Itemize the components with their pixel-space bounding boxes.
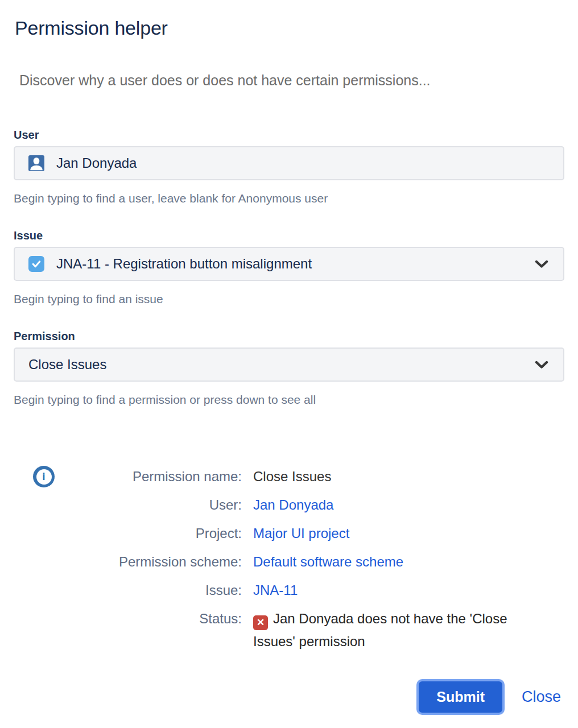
user-link[interactable]: Jan Donyada (253, 491, 333, 519)
user-field-group: User Jan Donyada Begin typing to find a … (14, 129, 564, 205)
result-row-label: User: (55, 491, 242, 519)
result-section: i Permission name: Close Issues User: Ja… (14, 462, 564, 653)
result-row-label: Permission scheme: (55, 548, 242, 576)
task-checkbox-icon (28, 256, 44, 272)
issue-link[interactable]: JNA-11 (253, 576, 298, 605)
user-field-label: User (14, 129, 564, 142)
project-link[interactable]: Major UI project (253, 519, 349, 548)
close-link[interactable]: Close (522, 688, 561, 706)
permission-field-group: Permission Close Issues Begin typing to … (14, 330, 564, 407)
permission-picker-field[interactable]: Close Issues (14, 348, 564, 382)
info-icon: i (33, 466, 55, 487)
status-message: ✕Jan Donyada does not have the 'Close Is… (253, 605, 512, 653)
permission-field-value: Close Issues (28, 357, 106, 373)
issue-field-value: JNA-11 - Registration button misalignmen… (56, 256, 312, 272)
result-row-user: User: Jan Donyada (55, 491, 564, 519)
footer-bar: Submit Close (14, 679, 564, 726)
result-row-permission-scheme: Permission scheme: Default software sche… (55, 548, 564, 576)
result-rows: Permission name: Close Issues User: Jan … (55, 462, 564, 653)
issue-field-group: Issue JNA-11 - Registration button misal… (14, 229, 564, 306)
result-row-label: Permission name: (55, 462, 242, 491)
result-row-issue: Issue: JNA-11 (55, 576, 564, 605)
permission-field-label: Permission (14, 330, 564, 343)
page-title: Permission helper (15, 17, 564, 39)
page-description: Discover why a user does or does not hav… (19, 72, 564, 89)
chevron-down-icon[interactable] (535, 361, 548, 369)
error-icon: ✕ (253, 615, 268, 630)
result-row-label: Status: (55, 605, 242, 633)
result-row-label: Project: (55, 519, 242, 548)
user-field-value: Jan Donyada (56, 155, 137, 171)
result-row-status: Status: ✕Jan Donyada does not have the '… (55, 605, 564, 653)
chevron-down-icon[interactable] (535, 260, 548, 268)
user-picker-field[interactable]: Jan Donyada (14, 146, 564, 180)
user-avatar-icon (28, 155, 44, 171)
result-row-permission-name: Permission name: Close Issues (55, 462, 564, 491)
user-field-help: Begin typing to find a user, leave blank… (14, 192, 564, 205)
permission-field-help: Begin typing to find a permission or pre… (14, 393, 564, 407)
issue-field-label: Issue (14, 229, 564, 242)
issue-field-help: Begin typing to find an issue (14, 292, 564, 306)
submit-button[interactable]: Submit (419, 681, 502, 713)
result-row-label: Issue: (55, 576, 242, 605)
result-row-value: Close Issues (253, 462, 331, 491)
issue-picker-field[interactable]: JNA-11 - Registration button misalignmen… (14, 247, 564, 281)
permission-scheme-link[interactable]: Default software scheme (253, 548, 403, 576)
status-text: Jan Donyada does not have the 'Close Iss… (253, 611, 507, 649)
result-row-project: Project: Major UI project (55, 519, 564, 548)
